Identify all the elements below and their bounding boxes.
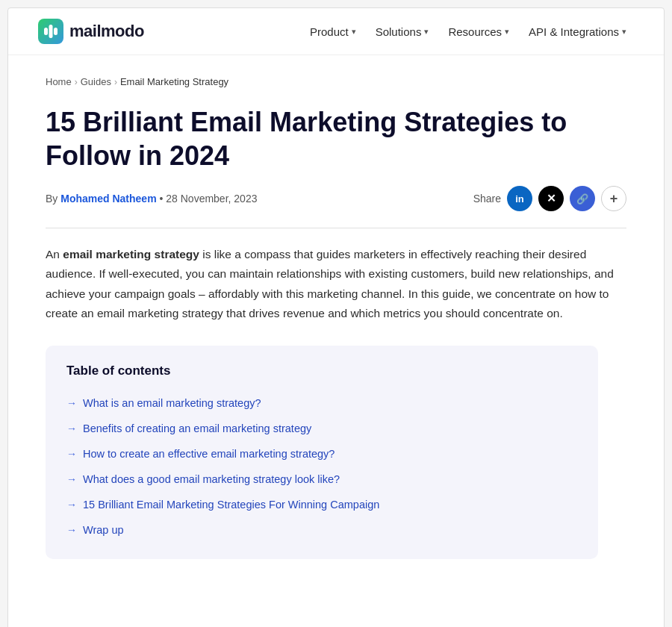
logo[interactable]: mailmodo: [38, 19, 144, 44]
toc-arrow-1: →: [66, 397, 77, 409]
nav-api-label: API & Integrations: [529, 25, 619, 38]
toc-item-5-label: 15 Brilliant Email Marketing Strategies …: [83, 499, 379, 511]
breadcrumb-sep-2: ›: [114, 77, 117, 87]
toc-item-4[interactable]: → What does a good email marketing strat…: [66, 467, 577, 492]
toc-arrow-5: →: [66, 499, 77, 511]
share-linkedin-button[interactable]: in: [507, 186, 532, 211]
share-label: Share: [473, 193, 501, 205]
header: mailmodo Product ▾ Solutions ▾ Resources…: [8, 8, 664, 55]
share-section: Share in ✕ 🔗 +: [473, 186, 626, 211]
toc-box: Table of contents → What is an email mar…: [46, 346, 598, 559]
divider: [46, 228, 626, 228]
toc-item-2-label: Benefits of creating an email marketing …: [83, 422, 311, 434]
share-x-button[interactable]: ✕: [538, 186, 564, 211]
toc-item-6-label: Wrap up: [83, 524, 124, 536]
author-separator: •: [159, 193, 166, 205]
intro-bold: email marketing strategy: [63, 248, 199, 261]
article-date: 28 November, 2023: [166, 193, 257, 205]
nav: Product ▾ Solutions ▾ Resources ▾ API & …: [302, 21, 634, 43]
toc-arrow-6: →: [66, 524, 77, 536]
nav-solutions-label: Solutions: [376, 25, 422, 38]
toc-item-3[interactable]: → How to create an effective email marke…: [66, 441, 577, 467]
breadcrumb-current: Email Marketing Strategy: [120, 76, 228, 87]
nav-resources-label: Resources: [448, 25, 502, 38]
svg-rect-2: [54, 28, 57, 35]
by-prefix: By: [46, 193, 57, 205]
more-icon: +: [610, 191, 618, 207]
page-container: mailmodo Product ▾ Solutions ▾ Resources…: [7, 7, 665, 627]
toc-item-5[interactable]: → 15 Brilliant Email Marketing Strategie…: [66, 492, 577, 517]
breadcrumb-home[interactable]: Home: [46, 76, 72, 87]
toc-arrow-3: →: [66, 448, 77, 460]
toc-item-1-label: What is an email marketing strategy?: [83, 397, 261, 409]
svg-rect-1: [49, 25, 53, 38]
toc-arrow-2: →: [66, 422, 77, 434]
intro-text: An email marketing strategy is like a co…: [46, 245, 626, 323]
toc-item-6[interactable]: → Wrap up: [66, 517, 577, 543]
nav-api[interactable]: API & Integrations ▾: [521, 21, 634, 43]
toc-item-4-label: What does a good email marketing strateg…: [83, 473, 340, 485]
article-meta: By Mohamed Natheem • 28 November, 2023 S…: [46, 186, 626, 211]
share-link-button[interactable]: 🔗: [570, 186, 595, 211]
nav-api-chevron: ▾: [622, 27, 626, 37]
breadcrumb: Home › Guides › Email Marketing Strategy: [46, 76, 626, 87]
x-icon: ✕: [547, 192, 556, 205]
linkedin-icon: in: [515, 193, 524, 205]
article-author: By Mohamed Natheem • 28 November, 2023: [46, 193, 257, 205]
breadcrumb-guides[interactable]: Guides: [81, 76, 111, 87]
toc-list: → What is an email marketing strategy? →…: [66, 390, 577, 543]
article-title: 15 Brilliant Email Marketing Strategies …: [46, 105, 583, 172]
main-content: Home › Guides › Email Marketing Strategy…: [8, 55, 664, 589]
nav-product[interactable]: Product ▾: [302, 21, 364, 43]
toc-item-3-label: How to create an effective email marketi…: [83, 448, 335, 460]
nav-product-label: Product: [310, 25, 349, 38]
nav-resources-chevron: ▾: [505, 27, 509, 37]
toc-item-2[interactable]: → Benefits of creating an email marketin…: [66, 416, 577, 441]
logo-text: mailmodo: [69, 22, 144, 41]
logo-icon: [38, 19, 63, 44]
nav-product-chevron: ▾: [352, 27, 356, 37]
toc-arrow-4: →: [66, 473, 77, 485]
link-icon: 🔗: [576, 193, 588, 205]
nav-resources[interactable]: Resources ▾: [441, 21, 517, 43]
author-name[interactable]: Mohamed Natheem: [60, 193, 156, 205]
toc-title: Table of contents: [66, 364, 577, 378]
svg-rect-0: [44, 28, 48, 35]
nav-solutions-chevron: ▾: [424, 27, 429, 37]
nav-solutions[interactable]: Solutions ▾: [368, 21, 437, 43]
share-more-button[interactable]: +: [601, 186, 626, 211]
breadcrumb-sep-1: ›: [75, 77, 78, 87]
toc-item-1[interactable]: → What is an email marketing strategy?: [66, 390, 577, 416]
